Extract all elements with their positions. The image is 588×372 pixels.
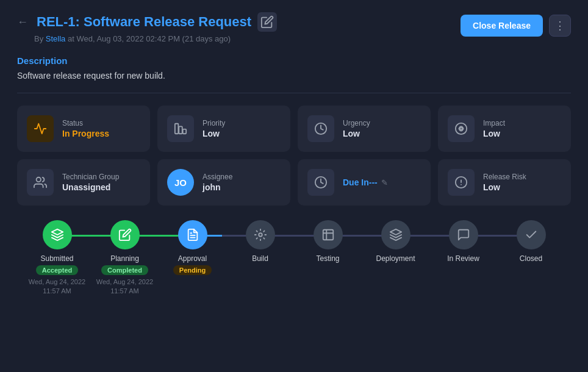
techgroup-value: Unassigned <box>62 182 119 192</box>
duedate-card: Due In--- ✎ <box>298 159 431 206</box>
release-risk-icon <box>448 169 475 196</box>
urgency-label: Urgency <box>343 119 370 127</box>
description-label: Description <box>17 55 571 66</box>
due-date-icon <box>307 169 334 196</box>
divider <box>17 93 571 93</box>
releaserisk-label: Release Risk <box>483 173 526 181</box>
build-label: Build <box>252 254 268 263</box>
duedate-value: Due In--- <box>343 177 378 187</box>
closed-circle[interactable] <box>517 220 546 249</box>
releaserisk-value: Low <box>483 182 526 192</box>
impact-card: Impact Low <box>438 106 571 152</box>
planning-badge: Completed <box>101 265 148 275</box>
svg-point-5 <box>460 127 462 130</box>
techgroup-label: Technician Group <box>62 173 119 181</box>
urgency-content: Urgency Low <box>343 119 370 138</box>
status-card: Status In Progress <box>17 106 150 152</box>
close-release-button[interactable]: Close Release <box>461 15 543 37</box>
author-link[interactable]: Stella <box>46 34 66 43</box>
priority-card: Priority Low <box>157 106 290 152</box>
planning-circle[interactable] <box>110 220 140 249</box>
svg-rect-1 <box>179 126 182 134</box>
submitted-badge: Accepted <box>36 265 79 275</box>
priority-label: Priority <box>203 119 225 127</box>
releaserisk-content: Release Risk Low <box>483 173 526 192</box>
timeline-step-approval: Approval Pending <box>159 220 226 277</box>
more-options-button[interactable]: ⋮ <box>549 15 571 37</box>
deployment-label: Deployment <box>376 254 415 263</box>
edit-button[interactable] <box>257 12 277 32</box>
timeline-step-inreview: In Review <box>429 220 497 265</box>
timeline-track: Submitted Accepted Wed, Aug 24, 202211:5… <box>23 220 565 296</box>
techgroup-card: Technician Group Unassigned <box>17 159 150 206</box>
submitted-date: Wed, Aug 24, 202211:57 AM <box>29 277 85 296</box>
techgroup-content: Technician Group Unassigned <box>62 173 119 192</box>
title-row: ← REL-1: Software Release Request <box>17 12 277 32</box>
subtitle: By Stella at Wed, Aug 03, 2022 02:42 PM … <box>34 34 277 43</box>
edit-icon <box>260 15 274 29</box>
priority-value: Low <box>203 129 225 138</box>
svg-point-13 <box>259 233 262 237</box>
description-section: Description Software release request for… <box>17 55 571 80</box>
svg-rect-2 <box>183 129 187 134</box>
assignee-card: JO Assignee john <box>157 159 290 206</box>
timeline-step-build: Build <box>226 220 294 265</box>
impact-content: Impact Low <box>483 119 505 138</box>
approval-circle[interactable] <box>178 220 207 249</box>
svg-point-4 <box>456 123 467 134</box>
urgency-value: Low <box>343 129 370 138</box>
duedate-content: Due In--- ✎ <box>343 177 388 187</box>
assignee-label: Assignee <box>203 173 232 181</box>
impact-value: Low <box>483 129 505 138</box>
avatar-initials: JO <box>174 177 187 188</box>
closed-label: Closed <box>520 254 542 263</box>
submitted-circle[interactable] <box>43 220 72 249</box>
status-icon <box>27 115 54 142</box>
more-icon: ⋮ <box>554 19 565 32</box>
duedate-edit-icon[interactable]: ✎ <box>381 178 388 187</box>
info-grid: Status In Progress Priority Low Urgency … <box>17 106 571 206</box>
inreview-label: In Review <box>447 254 479 263</box>
urgency-icon <box>307 115 334 142</box>
planning-date: Wed, Aug 24, 202211:57 AM <box>96 277 153 296</box>
tech-group-icon <box>27 169 54 196</box>
planning-label: Planning <box>110 254 139 263</box>
testing-circle[interactable] <box>314 220 343 249</box>
status-label: Status <box>62 119 109 127</box>
testing-label: Testing <box>316 254 339 263</box>
timeline-section: Submitted Accepted Wed, Aug 24, 202211:5… <box>17 220 571 296</box>
header-right: Close Release ⋮ <box>461 15 571 37</box>
urgency-card: Urgency Low <box>298 106 431 152</box>
timeline-step-closed: Closed <box>497 220 565 265</box>
timeline-step-testing: Testing <box>294 220 362 265</box>
priority-icon <box>167 115 194 142</box>
inreview-circle[interactable] <box>449 220 478 249</box>
priority-content: Priority Low <box>203 119 225 138</box>
back-arrow-icon[interactable]: ← <box>17 16 28 29</box>
description-text: Software release request for new build. <box>17 71 571 80</box>
svg-point-6 <box>37 177 41 182</box>
page-title: REL-1: Software Release Request <box>37 14 251 30</box>
assignee-value: john <box>203 182 232 192</box>
timeline-step-planning: Planning Completed Wed, Aug 24, 202211:5… <box>91 220 159 296</box>
assignee-avatar: JO <box>167 169 194 196</box>
timeline-step-deployment: Deployment <box>362 220 429 265</box>
impact-label: Impact <box>483 119 505 127</box>
submitted-label: Submitted <box>40 254 73 263</box>
status-content: Status In Progress <box>62 119 109 138</box>
approval-label: Approval <box>178 254 207 263</box>
status-value: In Progress <box>62 129 109 138</box>
assignee-content: Assignee john <box>203 173 232 192</box>
header-left: ← REL-1: Software Release Request By Ste… <box>17 12 277 43</box>
impact-icon <box>448 115 475 142</box>
deployment-circle[interactable] <box>381 220 411 249</box>
timeline-step-submitted: Submitted Accepted Wed, Aug 24, 202211:5… <box>23 220 91 296</box>
releaserisk-card: Release Risk Low <box>438 159 571 206</box>
page-header: ← REL-1: Software Release Request By Ste… <box>17 12 571 43</box>
svg-rect-0 <box>175 124 179 134</box>
build-circle[interactable] <box>246 220 275 249</box>
approval-badge: Pending <box>173 265 212 275</box>
